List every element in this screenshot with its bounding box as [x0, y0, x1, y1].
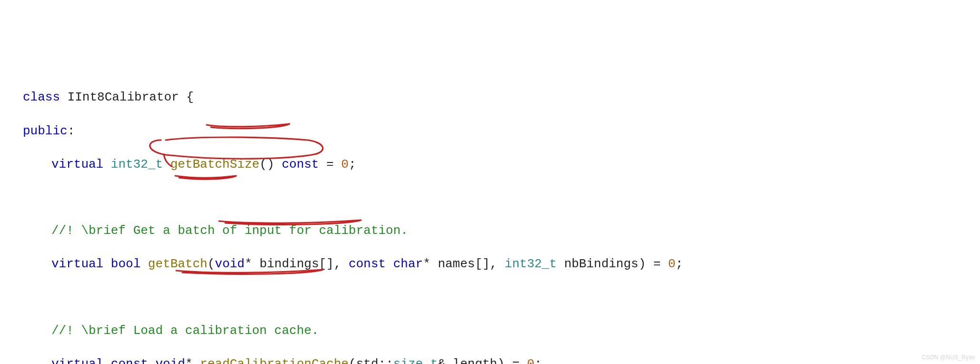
code-line: virtual bool getBatch(void* bindings[], …: [23, 256, 980, 273]
names: * names[],: [423, 257, 505, 271]
fn-getbatch: getBatch: [148, 257, 208, 271]
zero: 0: [341, 157, 349, 172]
blank-line: [23, 290, 980, 306]
keyword-const: const: [111, 357, 156, 364]
nbBindings: nbBindings) =: [557, 257, 668, 271]
keyword-virtual: virtual: [51, 257, 111, 271]
fn-readcalibrationcache: readCalibrationCache: [200, 357, 349, 364]
comment-line: //! \brief Load a calibration cache.: [23, 323, 980, 339]
keyword-public: public: [23, 124, 68, 138]
zero: 0: [668, 257, 676, 271]
fn-getbatchsize: getBatchSize: [170, 157, 260, 172]
keyword-char: char: [393, 257, 423, 271]
type-int32: int32_t: [505, 257, 557, 271]
comment-line: //! \brief Get a batch of input for cali…: [23, 222, 980, 239]
open-paren: (std::: [349, 357, 393, 364]
code-line: virtual const void* readCalibrationCache…: [23, 356, 980, 364]
keyword-bool: bool: [111, 257, 148, 271]
class-name: IInt8Calibrator {: [60, 90, 194, 104]
code-block: class IInt8Calibrator { public: virtual …: [23, 72, 980, 364]
keyword-class: class: [23, 90, 60, 104]
parens: (): [260, 157, 282, 172]
pen-annotations: [23, 72, 766, 349]
doc-comment: //! \brief Get a batch of input for cali…: [51, 223, 408, 238]
bindings: * bindings[],: [245, 257, 349, 271]
keyword-const: const: [282, 157, 319, 172]
semi: ;: [534, 357, 542, 364]
keyword-const: const: [349, 257, 393, 271]
star: *: [185, 357, 200, 364]
type-sizet: size_t: [393, 357, 438, 364]
keyword-virtual: virtual: [51, 157, 111, 172]
watermark: CSDN @NUS_Ryan: [922, 354, 975, 361]
keyword-virtual: virtual: [51, 357, 111, 364]
code-line: public:: [23, 123, 980, 140]
zero: 0: [527, 357, 535, 364]
blank-line: [23, 190, 980, 206]
doc-comment: //! \brief Load a calibration cache.: [51, 324, 319, 338]
type-int32: int32_t: [111, 157, 170, 172]
code-line: virtual int32_t getBatchSize() const = 0…: [23, 156, 980, 173]
semi: ;: [349, 157, 356, 172]
keyword-void: void: [155, 357, 185, 364]
semi: ;: [676, 257, 683, 271]
tail: & length) =: [438, 357, 527, 364]
open-paren: (: [208, 257, 215, 271]
code-line: class IInt8Calibrator {: [23, 89, 980, 106]
colon: :: [68, 124, 75, 138]
eq: =: [319, 157, 341, 172]
keyword-void: void: [215, 257, 244, 271]
